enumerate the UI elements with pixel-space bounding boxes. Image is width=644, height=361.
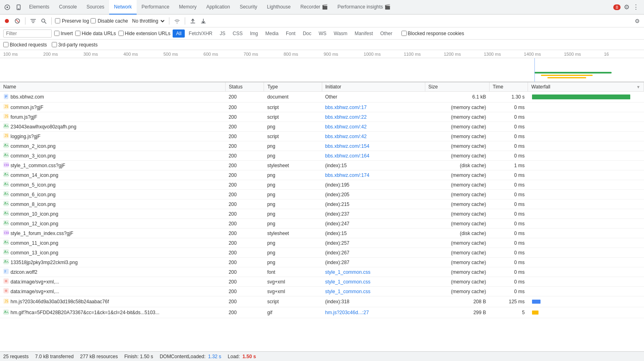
table-row[interactable]: JScommon.js?gjF200scriptbbs.xbhwz.com/:1… [0, 103, 644, 112]
col-name[interactable]: Name [0, 82, 225, 92]
filter-ws-button[interactable]: WS [315, 29, 329, 38]
tab-performance-insights[interactable]: Performance insights 🎬 [333, 0, 395, 15]
disable-cache-checkbox[interactable]: Disable cache [91, 18, 128, 24]
inspect-icon[interactable] [2, 0, 13, 15]
table-scroll[interactable]: Name Status Type Initiator Size [0, 82, 644, 361]
initiator-link[interactable]: bbs.xbhwz.com/:42 [325, 124, 367, 130]
initiator-link[interactable]: style_1_common.css [325, 289, 370, 294]
filter-font-button[interactable]: Font [283, 29, 299, 38]
filter-media-button[interactable]: Media [262, 29, 282, 38]
filter-css-button[interactable]: CSS [230, 29, 246, 38]
upload-button[interactable] [188, 17, 197, 25]
table-row[interactable]: common_10_icon.png200png(index):237(memo… [0, 209, 644, 219]
table-row[interactable]: common_12_icon.png200png(index):247(memo… [0, 219, 644, 229]
col-time[interactable]: Time [489, 82, 528, 92]
filter-toggle-button[interactable] [29, 17, 38, 25]
hide-data-urls-checkbox[interactable]: Hide data URLs [75, 31, 116, 36]
table-row[interactable]: common_5_icon.png200png(index):195(memor… [0, 180, 644, 190]
initiator-link[interactable]: bbs.xbhwz.com/:42 [325, 134, 367, 139]
cell-waterfall [528, 199, 644, 209]
third-party-checkbox[interactable]: 3rd-party requests [52, 42, 97, 48]
file-type-icon [3, 278, 9, 285]
blocked-requests-checkbox[interactable]: Blocked requests [3, 42, 47, 48]
cell-initiator: (index):15 [322, 161, 425, 170]
device-icon[interactable] [13, 0, 24, 15]
preserve-log-input[interactable] [55, 18, 60, 23]
table-row[interactable]: CSSstyle_1_common.css?gjF200stylesheet(i… [0, 161, 644, 170]
tab-performance[interactable]: Performance [137, 0, 174, 15]
table-row[interactable]: common_3_icon.png200pngbbs.xbhwz.com/:16… [0, 151, 644, 161]
filter-manifest-button[interactable]: Manifest [351, 29, 376, 38]
initiator-link[interactable]: bbs.xbhwz.com/:22 [325, 114, 367, 120]
settings-icon[interactable]: ⚙ [624, 3, 629, 11]
tab-application[interactable]: Application [201, 0, 235, 15]
tab-security[interactable]: Security [235, 0, 262, 15]
cell-status: 200 [225, 267, 264, 277]
svg-point-34 [5, 193, 6, 194]
cell-type: png [264, 170, 322, 180]
cell-initiator: (index):287 [322, 258, 425, 267]
table-row[interactable]: data:image/svg+xml,...200svg+xmlstyle_1_… [0, 287, 644, 296]
initiator-link[interactable]: bbs.xbhwz.com/:174 [325, 172, 369, 178]
table-row[interactable]: Fdzicon.woff2200fontstyle_1_common.css(m… [0, 267, 644, 277]
initiator-link[interactable]: bbs.xbhwz.com/:154 [325, 143, 369, 149]
table-row[interactable]: hm.gif?hca=5FDD428B20A73367&cc=1&ck=1&cl… [0, 307, 644, 318]
tab-lighthouse[interactable]: Lighthouse [262, 0, 296, 15]
cell-waterfall [528, 267, 644, 277]
network-settings-button[interactable]: ⚙ [633, 17, 642, 25]
table-row[interactable]: 234043eawlhxqvo80zqafh.png200pngbbs.xbhw… [0, 122, 644, 132]
filter-doc-button[interactable]: Doc [300, 29, 315, 38]
table-row[interactable]: common_6_icon.png200png(index):205(memor… [0, 190, 644, 199]
col-status[interactable]: Status [225, 82, 264, 92]
initiator-link[interactable]: style_1_common.css [325, 269, 370, 275]
table-row[interactable]: data:image/svg+xml,...200svg+xmlstyle_1_… [0, 277, 644, 287]
filter-wasm-button[interactable]: Wasm [331, 29, 351, 38]
filter-img-button[interactable]: Img [247, 29, 261, 38]
table-row[interactable]: JSforum.js?gjF200scriptbbs.xbhwz.com/:22… [0, 112, 644, 122]
table-row[interactable]: common_2_icon.png200pngbbs.xbhwz.com/:15… [0, 141, 644, 151]
table-row[interactable]: JSlogging.js?gjF200scriptbbs.xbhwz.com/:… [0, 132, 644, 141]
initiator-link[interactable]: bbs.xbhwz.com/:164 [325, 153, 369, 159]
tab-memory[interactable]: Memory [174, 0, 201, 15]
filter-js-button[interactable]: JS [217, 29, 229, 38]
tab-elements[interactable]: Elements [24, 0, 54, 15]
table-row[interactable]: common_14_icon.png200pngbbs.xbhwz.com/:1… [0, 170, 644, 180]
filter-all-button[interactable]: All [173, 29, 184, 38]
file-name: common_12_icon.png [11, 221, 58, 227]
table-row[interactable]: common_11_icon.png200png(index):257(memo… [0, 238, 644, 248]
col-size[interactable]: Size [425, 82, 489, 92]
initiator-link[interactable]: hm.js?203c46d...:27 [325, 310, 369, 315]
initiator-link[interactable]: bbs.xbhwz.com/:17 [325, 105, 367, 110]
tab-network[interactable]: Network [109, 0, 137, 15]
table-row[interactable]: CSSstyle_1_forum_index.css?gjF200stylesh… [0, 229, 644, 238]
table-row[interactable]: 133518jp2pky3mp22ckml3.png200png(index):… [0, 258, 644, 267]
filter-other-button[interactable]: Other [377, 29, 396, 38]
initiator-link[interactable]: style_1_common.css [325, 279, 370, 285]
hide-ext-urls-checkbox[interactable]: Hide extension URLs [118, 31, 171, 36]
tab-console[interactable]: Console [54, 0, 82, 15]
disable-cache-input[interactable] [91, 18, 96, 23]
col-type[interactable]: Type [264, 82, 322, 92]
tab-recorder[interactable]: Recorder 🎬 [296, 0, 333, 15]
more-icon[interactable]: ⋮ [633, 3, 639, 11]
table-row[interactable]: common_13_icon.png200png(index):267(memo… [0, 248, 644, 258]
filter-input[interactable] [3, 29, 52, 38]
cell-time: 0 ms [489, 287, 528, 296]
svg-text:F: F [4, 270, 6, 273]
col-waterfall[interactable]: Waterfall ▼ [528, 82, 644, 92]
throttle-select[interactable]: No throttling [130, 18, 166, 24]
col-initiator[interactable]: Initiator [322, 82, 425, 92]
record-button[interactable] [2, 17, 11, 25]
blocked-cookies-checkbox[interactable]: Blocked response cookies [401, 31, 464, 36]
table-row[interactable]: JShm.js?203c46d9a30a03d198c58b24aabac76f… [0, 296, 644, 307]
invert-checkbox[interactable]: Invert [54, 31, 73, 36]
download-button[interactable] [199, 17, 208, 25]
clear-button[interactable] [13, 17, 22, 25]
cell-time: 1 ms [489, 161, 528, 170]
search-button[interactable] [39, 17, 48, 25]
preserve-log-checkbox[interactable]: Preserve log [55, 18, 89, 24]
table-row[interactable]: common_8_icon.png200png(index):215(memor… [0, 199, 644, 209]
filter-fetchxhr-button[interactable]: Fetch/XHR [186, 29, 216, 38]
tab-sources[interactable]: Sources [82, 0, 109, 15]
table-row[interactable]: bbs.xbhwz.com200documentOther6.1 kB1.30 … [0, 92, 644, 103]
